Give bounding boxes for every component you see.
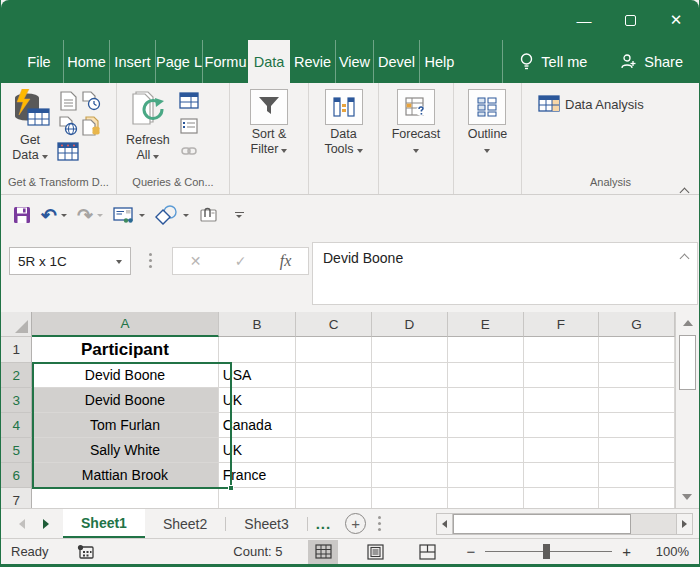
forecast-button[interactable]: Forecast bbox=[387, 87, 446, 159]
cell-a6[interactable]: Mattian Brook bbox=[32, 463, 218, 488]
new-sheet-button[interactable]: + bbox=[345, 513, 366, 534]
tab-file[interactable]: File bbox=[15, 40, 63, 83]
cell[interactable] bbox=[296, 413, 372, 438]
cell[interactable] bbox=[372, 488, 448, 508]
data-analysis-button[interactable]: Data Analysis bbox=[538, 95, 644, 113]
page-break-view-button[interactable] bbox=[412, 540, 442, 564]
maximize-button[interactable] bbox=[607, 0, 653, 40]
sheet-tab-sheet3[interactable]: Sheet3 bbox=[226, 509, 306, 538]
outline-button[interactable]: Outline bbox=[463, 87, 513, 159]
recent-sources-button[interactable] bbox=[80, 89, 102, 113]
cell-a1[interactable]: Participant bbox=[32, 337, 218, 363]
data-tools-button[interactable]: Data Tools bbox=[319, 87, 367, 159]
properties-button[interactable] bbox=[177, 114, 201, 138]
sheetbar-drag-dots[interactable] bbox=[378, 516, 381, 531]
scroll-up-button[interactable] bbox=[676, 312, 699, 334]
cell-b1[interactable] bbox=[219, 337, 297, 363]
cell[interactable] bbox=[524, 413, 600, 438]
cell[interactable] bbox=[524, 488, 600, 508]
page-layout-view-button[interactable] bbox=[360, 540, 390, 564]
tab-view[interactable]: View bbox=[335, 40, 373, 83]
cell[interactable] bbox=[372, 337, 448, 363]
col-header-f[interactable]: F bbox=[524, 312, 600, 337]
cell-a7[interactable] bbox=[32, 488, 218, 508]
cell[interactable] bbox=[599, 438, 675, 463]
cell[interactable] bbox=[372, 438, 448, 463]
col-header-g[interactable]: G bbox=[599, 312, 675, 337]
zoom-out-button[interactable]: − bbox=[460, 543, 481, 560]
tab-home[interactable]: Home bbox=[63, 40, 109, 83]
cancel-icon[interactable]: ✕ bbox=[190, 253, 202, 269]
cell[interactable] bbox=[599, 463, 675, 488]
name-box-caret[interactable] bbox=[116, 260, 122, 264]
zoom-percentage[interactable]: 100% bbox=[637, 544, 689, 559]
shapes-button[interactable] bbox=[155, 205, 189, 225]
email-dropdown-caret[interactable] bbox=[139, 214, 145, 217]
row-header-1[interactable]: 1 bbox=[1, 337, 32, 363]
tab-data[interactable]: Data bbox=[248, 40, 290, 83]
cell[interactable] bbox=[599, 337, 675, 363]
attach-button[interactable] bbox=[199, 206, 219, 225]
col-header-a[interactable]: A bbox=[32, 312, 218, 337]
cell[interactable] bbox=[372, 388, 448, 413]
vertical-scrollbar[interactable] bbox=[675, 312, 699, 508]
tab-page-layout[interactable]: Page L bbox=[155, 40, 202, 83]
undo-button[interactable]: ↶ bbox=[41, 206, 67, 225]
cell[interactable] bbox=[448, 463, 524, 488]
row-header-2[interactable]: 2 bbox=[1, 363, 32, 388]
customize-qat-button[interactable] bbox=[235, 212, 244, 219]
cell[interactable] bbox=[599, 363, 675, 388]
tab-developer[interactable]: Devel bbox=[373, 40, 419, 83]
cell-b7[interactable] bbox=[219, 488, 297, 508]
refresh-all-button[interactable]: Refresh All bbox=[121, 87, 175, 165]
collapse-ribbon-button[interactable] bbox=[681, 182, 691, 190]
minimize-button[interactable]: — bbox=[561, 0, 607, 40]
cell[interactable] bbox=[448, 363, 524, 388]
cell[interactable] bbox=[296, 337, 372, 363]
cell[interactable] bbox=[599, 388, 675, 413]
sheet-tab-sheet1[interactable]: Sheet1 bbox=[63, 509, 145, 538]
cell[interactable] bbox=[524, 388, 600, 413]
insert-function-icon[interactable]: fx bbox=[280, 252, 292, 270]
vertical-scroll-thumb[interactable] bbox=[679, 335, 696, 390]
email-button[interactable] bbox=[113, 206, 145, 225]
cell[interactable] bbox=[448, 438, 524, 463]
cell[interactable] bbox=[599, 488, 675, 508]
normal-view-button[interactable] bbox=[308, 540, 338, 564]
select-all-corner[interactable] bbox=[1, 312, 32, 337]
scroll-left-button[interactable] bbox=[436, 513, 453, 535]
cell[interactable] bbox=[296, 388, 372, 413]
queries-connections-button[interactable] bbox=[177, 89, 201, 113]
cell[interactable] bbox=[448, 413, 524, 438]
cell-b4[interactable]: Canada bbox=[219, 413, 297, 438]
cell[interactable] bbox=[448, 388, 524, 413]
cell[interactable] bbox=[599, 413, 675, 438]
col-header-d[interactable]: D bbox=[372, 312, 448, 337]
col-header-b[interactable]: B bbox=[219, 312, 297, 337]
col-header-c[interactable]: C bbox=[296, 312, 372, 337]
zoom-slider[interactable] bbox=[485, 551, 612, 552]
zoom-in-button[interactable]: + bbox=[616, 543, 637, 560]
cell[interactable] bbox=[524, 337, 600, 363]
from-table-range-button[interactable] bbox=[57, 139, 79, 163]
redo-button[interactable]: ↷ bbox=[77, 206, 103, 225]
close-button[interactable]: ✕ bbox=[653, 0, 699, 40]
tab-review[interactable]: Revie bbox=[290, 40, 335, 83]
cell-a3[interactable]: Devid Boone bbox=[32, 388, 218, 413]
cell-a5[interactable]: Sally White bbox=[32, 438, 218, 463]
cell[interactable] bbox=[448, 337, 524, 363]
formula-bar-drag-dots[interactable] bbox=[149, 253, 152, 256]
col-header-e[interactable]: E bbox=[448, 312, 524, 337]
cell[interactable] bbox=[372, 363, 448, 388]
sheet-tab-sheet2[interactable]: Sheet2 bbox=[145, 509, 225, 538]
name-box[interactable]: 5R x 1C bbox=[9, 247, 131, 275]
macro-record-button[interactable] bbox=[77, 544, 95, 560]
cell-b5[interactable]: UK bbox=[219, 438, 297, 463]
save-button[interactable] bbox=[13, 206, 31, 224]
horizontal-scroll-thumb[interactable] bbox=[453, 514, 631, 534]
more-sheets-button[interactable]: ... bbox=[308, 509, 340, 538]
cell[interactable] bbox=[524, 463, 600, 488]
tab-help[interactable]: Help bbox=[419, 40, 459, 83]
row-header-5[interactable]: 5 bbox=[1, 438, 32, 463]
shapes-dropdown-caret[interactable] bbox=[183, 214, 189, 217]
